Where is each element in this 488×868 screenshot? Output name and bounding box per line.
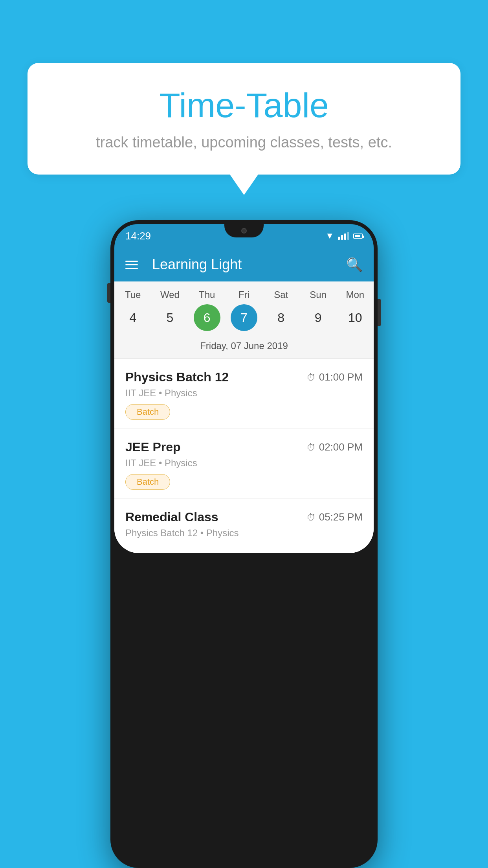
clock-icon: ⏱ xyxy=(306,442,316,453)
phone-body: 14:29 ▼ xyxy=(110,220,378,868)
schedule-list: Physics Batch 12 ⏱ 01:00 PM IIT JEE • Ph… xyxy=(114,359,374,553)
schedule-item-title: JEE Prep xyxy=(125,440,181,454)
status-bar: 14:29 ▼ xyxy=(114,224,374,248)
schedule-item[interactable]: Remedial Class ⏱ 05:25 PM Physics Batch … xyxy=(114,499,374,553)
phone-side-button-left xyxy=(107,283,110,303)
calendar-strip: TueWedThuFriSatSunMon 45678910 Friday, 0… xyxy=(114,281,374,359)
calendar-day-name: Sat xyxy=(265,289,297,300)
status-icons: ▼ xyxy=(325,231,363,241)
camera-notch xyxy=(241,228,247,234)
speech-bubble-section: Time-Table track timetable, upcoming cla… xyxy=(28,63,460,195)
schedule-item-header: Remedial Class ⏱ 05:25 PM xyxy=(125,510,363,524)
wifi-icon: ▼ xyxy=(325,231,334,241)
schedule-item[interactable]: JEE Prep ⏱ 02:00 PM IIT JEE • Physics Ba… xyxy=(114,429,374,499)
calendar-day-number[interactable]: 7 xyxy=(231,304,257,331)
schedule-item-time: ⏱ 01:00 PM xyxy=(306,371,363,383)
calendar-day-name: Mon xyxy=(339,289,371,300)
clock-icon: ⏱ xyxy=(306,512,316,523)
schedule-item-title: Physics Batch 12 xyxy=(125,370,229,384)
speech-bubble-card: Time-Table track timetable, upcoming cla… xyxy=(28,63,460,175)
schedule-item-title: Remedial Class xyxy=(125,510,218,524)
clock-icon: ⏱ xyxy=(306,372,316,383)
schedule-item-subtitle: IIT JEE • Physics xyxy=(125,388,363,399)
calendar-day-name: Thu xyxy=(191,289,223,300)
schedule-item-time: ⏱ 05:25 PM xyxy=(306,511,363,523)
calendar-day-number[interactable]: 10 xyxy=(342,304,369,331)
calendar-day-number[interactable]: 6 xyxy=(194,304,220,331)
calendar-day-name: Wed xyxy=(154,289,186,300)
bubble-subtitle: track timetable, upcoming classes, tests… xyxy=(51,134,437,151)
phone-mockup: 14:29 ▼ xyxy=(28,220,460,868)
schedule-item-subtitle: IIT JEE • Physics xyxy=(125,458,363,469)
bubble-tail xyxy=(230,175,258,195)
calendar-day-number[interactable]: 5 xyxy=(156,304,183,331)
battery-icon xyxy=(353,234,363,239)
app-title: Learning Light xyxy=(152,256,335,273)
calendar-day-number[interactable]: 9 xyxy=(305,304,332,331)
bubble-title: Time-Table xyxy=(51,86,437,125)
app-header: Learning Light 🔍 xyxy=(114,248,374,281)
day-names-row: TueWedThuFriSatSunMon xyxy=(114,289,374,304)
search-icon[interactable]: 🔍 xyxy=(346,257,363,272)
calendar-day-name: Sun xyxy=(302,289,334,300)
phone-screen: Learning Light 🔍 TueWedThuFriSatSunMon 4… xyxy=(114,248,374,553)
calendar-day-name: Fri xyxy=(228,289,260,300)
phone-side-button-right xyxy=(378,299,381,326)
schedule-item-subtitle: Physics Batch 12 • Physics xyxy=(125,528,363,539)
schedule-item-header: JEE Prep ⏱ 02:00 PM xyxy=(125,440,363,454)
batch-tag: Batch xyxy=(125,474,170,490)
calendar-day-number[interactable]: 8 xyxy=(268,304,294,331)
hamburger-menu-icon[interactable] xyxy=(125,261,138,269)
day-numbers-row: 45678910 xyxy=(114,304,374,337)
notch xyxy=(224,224,264,237)
schedule-item-header: Physics Batch 12 ⏱ 01:00 PM xyxy=(125,370,363,384)
batch-tag: Batch xyxy=(125,404,170,420)
schedule-item[interactable]: Physics Batch 12 ⏱ 01:00 PM IIT JEE • Ph… xyxy=(114,359,374,429)
schedule-item-time: ⏱ 02:00 PM xyxy=(306,441,363,453)
selected-date-label: Friday, 07 June 2019 xyxy=(114,337,374,359)
signal-icon xyxy=(338,232,349,240)
status-time: 14:29 xyxy=(125,230,151,242)
calendar-day-number[interactable]: 4 xyxy=(119,304,146,331)
calendar-day-name: Tue xyxy=(117,289,149,300)
